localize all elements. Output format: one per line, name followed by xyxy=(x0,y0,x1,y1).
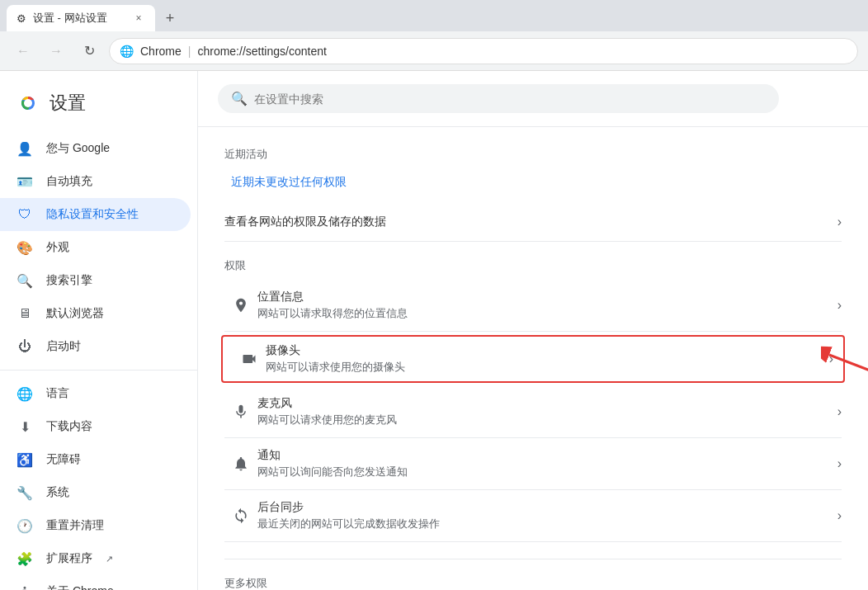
sidebar-item-language-label: 语言 xyxy=(46,386,69,401)
sidebar-item-reset[interactable]: 🕐 重置并清理 xyxy=(0,509,191,542)
info-icon: ℹ xyxy=(17,583,33,590)
address-bar[interactable]: 🌐 Chrome | chrome://settings/content xyxy=(109,38,858,64)
badge-icon: 🪪 xyxy=(17,173,33,190)
forward-button[interactable]: → xyxy=(43,38,69,64)
sidebar-divider xyxy=(0,370,197,371)
tab-favicon: ⚙ xyxy=(17,12,28,24)
site-data-chevron-icon: › xyxy=(837,215,842,229)
sidebar-item-appearance[interactable]: 🎨 外观 xyxy=(0,231,191,264)
sidebar-item-browser-label: 默认浏览器 xyxy=(46,306,104,321)
notifications-chevron-icon: › xyxy=(837,456,842,471)
sidebar-item-system-label: 系统 xyxy=(46,485,69,500)
external-link-icon: ↗ xyxy=(106,554,113,564)
palette-icon: 🎨 xyxy=(17,239,33,256)
red-arrow-indicator xyxy=(821,338,868,380)
permission-row-location[interactable]: 位置信息 网站可以请求取得您的位置信息 › xyxy=(224,280,842,332)
sidebar-item-extensions[interactable]: 🧩 扩展程序 ↗ xyxy=(0,542,191,575)
notifications-desc: 网站可以询问能否向您发送通知 xyxy=(257,465,831,479)
app-layout: 设置 👤 您与 Google 🪪 自动填充 🛡 隐私设置和安全性 🎨 外观 🔍 xyxy=(0,71,868,590)
toolbar: ← → ↻ 🌐 Chrome | chrome://settings/conte… xyxy=(0,31,868,71)
location-icon-wrap xyxy=(224,297,257,314)
permission-row-microphone[interactable]: 麦克风 网站可以请求使用您的麦克风 › xyxy=(224,386,842,438)
background-sync-name: 后台同步 xyxy=(257,500,831,515)
notifications-name: 通知 xyxy=(257,448,831,463)
sidebar-item-autofill-label: 自动填充 xyxy=(46,174,92,189)
address-path: chrome://settings/content xyxy=(197,45,326,58)
location-perm-text: 位置信息 网站可以请求取得您的位置信息 xyxy=(257,290,831,321)
sidebar-item-privacy[interactable]: 🛡 隐私设置和安全性 xyxy=(0,198,191,231)
person-icon: 👤 xyxy=(17,140,33,157)
tab-title: 设置 - 网站设置 xyxy=(33,11,127,26)
search-icon: 🔍 xyxy=(17,272,33,289)
svg-line-4 xyxy=(829,355,868,375)
background-sync-perm-text: 后台同步 最近关闭的网站可以完成数据收发操作 xyxy=(257,500,831,531)
sidebar-item-about-label: 关于 Chrome xyxy=(46,584,114,590)
microphone-perm-text: 麦克风 网站可以请求使用您的麦克风 xyxy=(257,396,831,427)
content-area: 近期活动 近期未更改过任何权限 查看各网站的权限及储存的数据 › 权限 xyxy=(198,127,868,590)
location-icon xyxy=(233,297,249,314)
sidebar-item-privacy-label: 隐私设置和安全性 xyxy=(46,207,139,222)
extension-icon: 🧩 xyxy=(17,550,33,567)
sidebar-item-google-label: 您与 Google xyxy=(46,141,110,156)
address-security-icon: 🌐 xyxy=(120,45,134,58)
search-bar-icon: 🔍 xyxy=(231,91,248,106)
sidebar-item-google[interactable]: 👤 您与 Google xyxy=(0,132,191,165)
location-name: 位置信息 xyxy=(257,290,831,304)
reset-icon: 🕐 xyxy=(17,517,33,534)
accessibility-icon: ♿ xyxy=(17,451,33,468)
sidebar-item-accessibility-label: 无障碍 xyxy=(46,452,81,467)
browser-frame: ⚙ 设置 - 网站设置 × + ← → ↻ 🌐 Chrome | chrome:… xyxy=(0,0,868,590)
site-data-row[interactable]: 查看各网站的权限及储存的数据 › xyxy=(224,203,842,242)
system-icon: 🔧 xyxy=(17,484,33,501)
refresh-button[interactable]: ↻ xyxy=(76,38,102,64)
sidebar-item-search[interactable]: 🔍 搜索引擎 xyxy=(0,264,191,297)
tab-bar: ⚙ 设置 - 网站设置 × + xyxy=(0,0,868,31)
sidebar-item-appearance-label: 外观 xyxy=(46,240,69,255)
sidebar-item-accessibility[interactable]: ♿ 无障碍 xyxy=(0,443,191,476)
camera-desc: 网站可以请求使用您的摄像头 xyxy=(266,360,823,375)
permission-row-notifications[interactable]: 通知 网站可以询问能否向您发送通知 › xyxy=(224,438,842,490)
sync-icon xyxy=(233,507,249,524)
camera-icon-wrap xyxy=(233,351,266,367)
sidebar-item-language[interactable]: 🌐 语言 xyxy=(0,377,191,410)
back-button[interactable]: ← xyxy=(10,38,36,64)
address-brand: Chrome xyxy=(140,45,182,58)
recent-activity-message: 近期未更改过任何权限 xyxy=(224,172,842,203)
notifications-icon xyxy=(233,455,249,472)
notifications-icon-wrap xyxy=(224,455,257,472)
sidebar-item-autofill[interactable]: 🪪 自动填充 xyxy=(0,165,191,198)
sidebar-header: 设置 xyxy=(0,78,197,132)
microphone-name: 麦克风 xyxy=(257,396,831,411)
sidebar-item-startup-label: 启动时 xyxy=(46,339,81,354)
search-bar-area: 🔍 xyxy=(198,71,868,127)
location-desc: 网站可以请求取得您的位置信息 xyxy=(257,306,831,321)
sidebar-item-about[interactable]: ℹ 关于 Chrome xyxy=(0,575,191,590)
sidebar: 设置 👤 您与 Google 🪪 自动填充 🛡 隐私设置和安全性 🎨 外观 🔍 xyxy=(0,71,198,590)
sidebar-item-download[interactable]: ⬇ 下载内容 xyxy=(0,410,191,443)
camera-icon xyxy=(241,351,257,367)
permission-row-camera[interactable]: 摄像头 网站可以请求使用您的摄像头 › xyxy=(221,335,845,383)
sidebar-item-download-label: 下载内容 xyxy=(46,419,92,434)
permissions-section-title: 权限 xyxy=(224,258,842,273)
language-icon: 🌐 xyxy=(17,385,33,402)
sidebar-item-search-label: 搜索引擎 xyxy=(46,273,92,288)
microphone-desc: 网站可以请求使用您的麦克风 xyxy=(257,413,831,427)
sidebar-item-browser[interactable]: 🖥 默认浏览器 xyxy=(0,297,191,330)
search-input[interactable] xyxy=(254,92,766,106)
microphone-chevron-icon: › xyxy=(837,404,842,419)
sidebar-item-reset-label: 重置并清理 xyxy=(46,518,104,533)
svg-point-2 xyxy=(24,99,32,107)
microphone-icon xyxy=(233,404,249,420)
permission-row-background-sync[interactable]: 后台同步 最近关闭的网站可以完成数据收发操作 › xyxy=(224,490,842,542)
sidebar-item-startup[interactable]: ⏻ 启动时 xyxy=(0,330,191,363)
search-bar[interactable]: 🔍 xyxy=(218,84,779,113)
browser-icon: 🖥 xyxy=(17,305,33,322)
background-sync-desc: 最近关闭的网站可以完成数据收发操作 xyxy=(257,517,831,531)
location-chevron-icon: › xyxy=(837,298,842,313)
sidebar-item-system[interactable]: 🔧 系统 xyxy=(0,476,191,509)
background-sync-chevron-icon: › xyxy=(837,508,842,523)
tab-close-button[interactable]: × xyxy=(132,12,145,25)
active-tab[interactable]: ⚙ 设置 - 网站设置 × xyxy=(7,5,155,31)
new-tab-button[interactable]: + xyxy=(158,7,182,30)
camera-name: 摄像头 xyxy=(266,343,823,358)
